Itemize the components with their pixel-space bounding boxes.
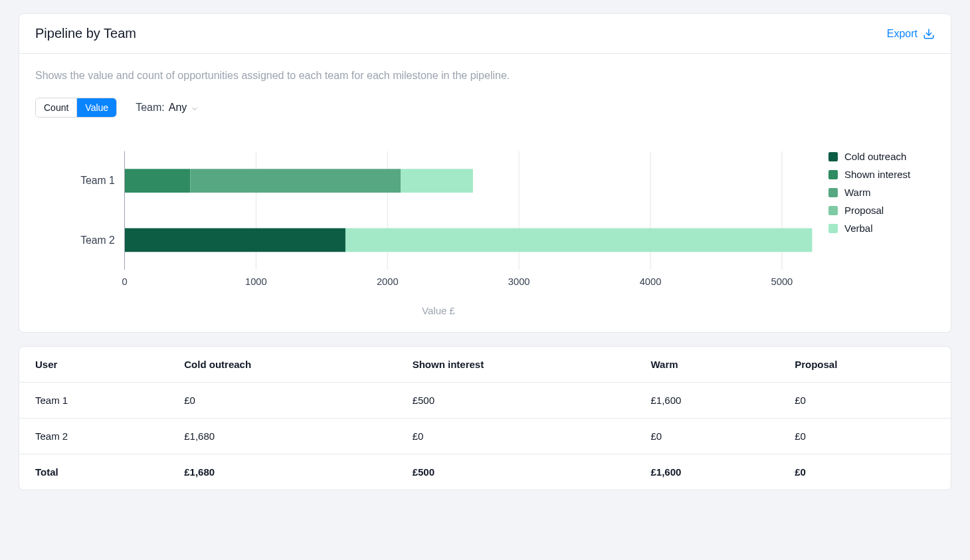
table-cell: Total (19, 454, 168, 490)
chart-description: Shows the value and count of opportuniti… (35, 70, 935, 82)
table-cell: £0 (397, 419, 635, 454)
table-cell: £1,600 (635, 383, 779, 419)
legend-swatch (828, 170, 838, 179)
legend-swatch (828, 206, 838, 215)
table-cell: £500 (397, 454, 635, 490)
bar-segment (125, 229, 345, 252)
bar-segment (125, 169, 191, 193)
svg-text:3000: 3000 (508, 276, 530, 287)
legend-label: Proposal (844, 205, 884, 216)
card-header: Pipeline by Team Export (19, 14, 951, 54)
svg-text:5000: 5000 (771, 276, 793, 287)
table-cell: £1,600 (635, 454, 779, 490)
table-cell: Team 2 (19, 419, 168, 454)
svg-text:1000: 1000 (245, 276, 267, 287)
team-filter-dropdown[interactable]: Team: Any (136, 102, 199, 114)
legend-item: Shown interest (828, 169, 935, 180)
svg-text:4000: 4000 (640, 276, 662, 287)
table-cell: £0 (635, 419, 779, 454)
table-cell: £0 (779, 383, 951, 419)
svg-text:2000: 2000 (377, 276, 399, 287)
table-cell: Team 1 (19, 383, 168, 419)
table-header-cell: Warm (635, 347, 779, 383)
svg-text:0: 0 (122, 276, 127, 287)
table-row: Team 1£0£500£1,600£0 (19, 383, 951, 419)
card-body: Shows the value and count of opportuniti… (19, 54, 951, 332)
pipeline-chart-card: Pipeline by Team Export Shows the value … (19, 13, 951, 333)
export-button[interactable]: Export (887, 28, 935, 40)
legend-item: Verbal (828, 223, 935, 234)
pipeline-table-card: UserCold outreachShown interestWarmPropo… (19, 346, 951, 490)
svg-text:Team 2: Team 2 (80, 234, 115, 246)
controls-row: Count Value Team: Any (35, 98, 935, 118)
table-cell: £0 (779, 454, 951, 490)
table-cell: £0 (779, 419, 951, 454)
table-header-cell: Proposal (779, 347, 951, 383)
table-header-cell: User (19, 347, 168, 383)
legend-swatch (828, 188, 838, 197)
table-row: Team 2£1,680£0£0£0 (19, 419, 951, 454)
stacked-bar-chart: 010002000300040005000Team 1Team 2 (62, 144, 815, 298)
chart-area: 010002000300040005000Team 1Team 2 Value … (35, 144, 935, 316)
count-value-toggle: Count Value (35, 98, 117, 118)
legend-label: Warm (844, 187, 870, 198)
bar-segment (345, 229, 812, 252)
table-row: Total£1,680£500£1,600£0 (19, 454, 951, 490)
team-filter-label: Team: (136, 102, 165, 114)
export-label: Export (887, 28, 918, 40)
legend-label: Shown interest (844, 169, 910, 180)
table-cell: £1,680 (168, 454, 396, 490)
toggle-count-button[interactable]: Count (36, 98, 76, 117)
table-cell: £500 (397, 383, 635, 419)
table-cell: £1,680 (168, 419, 396, 454)
legend-swatch (828, 152, 838, 161)
table-header-cell: Cold outreach (168, 347, 396, 383)
x-axis-label: Value £ (62, 305, 815, 316)
chart-legend: Cold outreachShown interestWarmProposalV… (815, 144, 935, 316)
table-cell: £0 (168, 383, 396, 419)
legend-item: Proposal (828, 205, 935, 216)
legend-label: Verbal (844, 223, 873, 234)
svg-text:Team 1: Team 1 (80, 175, 115, 186)
team-filter-value: Any (169, 102, 187, 114)
download-icon (923, 28, 935, 40)
legend-swatch (828, 224, 838, 233)
bar-segment (190, 169, 401, 193)
legend-label: Cold outreach (844, 151, 906, 162)
table-header-cell: Shown interest (397, 347, 635, 383)
toggle-value-button[interactable]: Value (76, 98, 116, 117)
chevron-down-icon (191, 104, 199, 112)
card-title: Pipeline by Team (35, 26, 136, 41)
legend-item: Warm (828, 187, 935, 198)
pipeline-table: UserCold outreachShown interestWarmPropo… (19, 347, 951, 490)
legend-item: Cold outreach (828, 151, 935, 162)
bar-segment (401, 169, 473, 193)
